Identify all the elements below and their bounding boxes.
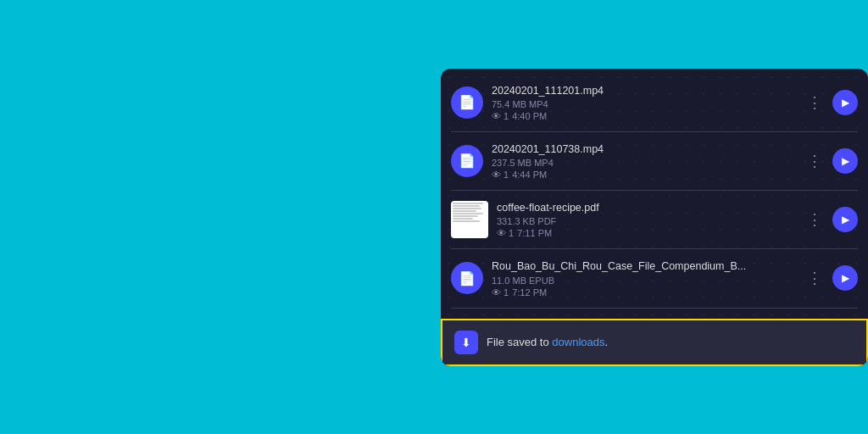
file-item: 📄 20240201_111201.mp4 75.4 MB MP4 👁 1 4:…: [441, 75, 868, 130]
file-avatar: 📄: [451, 145, 483, 177]
more-options-button[interactable]: ⋮: [805, 269, 824, 287]
file-time-row: 👁 1 4:40 PM: [492, 111, 797, 121]
file-time: 7:11 PM: [517, 228, 552, 238]
file-type-icon: 📄: [459, 94, 476, 110]
share-button[interactable]: ▶: [832, 148, 858, 174]
file-type-icon: 📄: [459, 270, 476, 287]
notification-text: File saved to downloads.: [487, 336, 608, 348]
file-item: 📄 Rou_Bao_Bu_Chi_Rou_Case_File_Compendiu…: [441, 251, 868, 305]
file-info: coffee-float-recipe.pdf 331.3 KB PDF 👁 1…: [497, 201, 797, 238]
file-meta: 75.4 MB MP4: [492, 99, 797, 109]
notification-bar: ⬇ File saved to downloads.: [441, 319, 868, 366]
file-avatar: 📄: [451, 262, 483, 294]
file-time: 4:44 PM: [512, 170, 547, 180]
more-options-button[interactable]: ⋮: [805, 152, 824, 170]
seen-icon: 👁 1: [492, 111, 509, 121]
file-name: coffee-float-recipe.pdf: [497, 201, 797, 214]
file-name: 20240201_111201.mp4: [492, 84, 797, 97]
more-options-button[interactable]: ⋮: [805, 93, 824, 112]
file-type-icon: 📄: [459, 153, 476, 169]
file-item: 📄 20240201_110738.mp4 237.5 MB MP4 👁 1 4…: [441, 134, 868, 188]
more-options-button[interactable]: ⋮: [805, 210, 824, 229]
file-name: 20240201_110738.mp4: [492, 142, 797, 156]
file-info: Rou_Bao_Bu_Chi_Rou_Case_File_Compendium_…: [492, 259, 797, 297]
right-phone-panel: 📄 20240201_111201.mp4 75.4 MB MP4 👁 1 4:…: [441, 69, 868, 366]
file-item: coffee-float-recipe.pdf 331.3 KB PDF 👁 1…: [441, 192, 868, 247]
file-time: 7:12 PM: [512, 287, 547, 298]
file-meta: 11.0 MB EPUB: [492, 275, 797, 286]
file-meta: 237.5 MB MP4: [492, 158, 797, 168]
share-button[interactable]: ▶: [832, 207, 858, 232]
file-meta: 331.3 KB PDF: [497, 216, 797, 226]
file-avatar: 📄: [451, 86, 483, 119]
file-time: 4:40 PM: [512, 111, 547, 121]
file-info: 20240201_111201.mp4 75.4 MB MP4 👁 1 4:40…: [492, 84, 797, 121]
file-time-row: 👁 1 7:12 PM: [492, 287, 797, 298]
file-time-row: 👁 1 7:11 PM: [497, 228, 797, 238]
file-name: Rou_Bao_Bu_Chi_Rou_Case_File_Compendium_…: [492, 259, 797, 273]
seen-icon: 👁 1: [497, 228, 514, 238]
share-button[interactable]: ▶: [832, 90, 858, 115]
save-notification-icon: ⬇: [454, 331, 478, 354]
seen-icon: 👁 1: [492, 287, 509, 298]
file-info: 20240201_110738.mp4 237.5 MB MP4 👁 1 4:4…: [492, 142, 797, 180]
seen-icon: 👁 1: [492, 170, 509, 180]
share-button[interactable]: ▶: [832, 265, 858, 291]
pdf-thumbnail: [451, 201, 488, 238]
file-list-content: 📄 20240201_111201.mp4 75.4 MB MP4 👁 1 4:…: [441, 69, 868, 366]
file-time-row: 👁 1 4:44 PM: [492, 170, 797, 180]
downloads-link[interactable]: downloads: [552, 336, 604, 348]
